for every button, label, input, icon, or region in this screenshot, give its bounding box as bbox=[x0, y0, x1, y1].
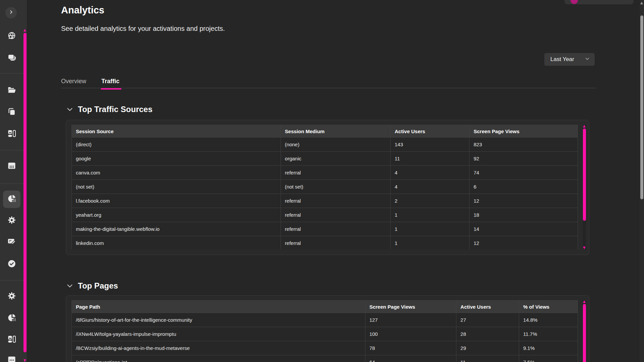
collapse-chevron-icon[interactable] bbox=[66, 105, 74, 113]
table-cell: /6fGiurs/history-of-art-for-the-intellig… bbox=[72, 313, 365, 327]
sidebar-item-media[interactable] bbox=[7, 130, 16, 139]
table-row: googleorganic1192 bbox=[72, 152, 578, 166]
sidebar-item-data-table-2[interactable] bbox=[7, 356, 16, 362]
table-cell: 143 bbox=[391, 138, 469, 152]
sidebar-divider bbox=[0, 184, 23, 184]
table-cell: google bbox=[72, 152, 281, 166]
sidebar-item-approvals[interactable] bbox=[7, 260, 16, 269]
table-scrollbar-thumb[interactable] bbox=[583, 304, 586, 362]
sidebar bbox=[0, 0, 27, 362]
table-cell: 823 bbox=[469, 138, 578, 152]
top-pages-table: Page PathScreen Page ViewsActive Users% … bbox=[71, 300, 578, 362]
table-cell: 9.1% bbox=[519, 341, 578, 355]
page-subtitle: See detailed analytics for your activati… bbox=[61, 25, 225, 33]
scroll-up-arrow-icon[interactable] bbox=[583, 125, 586, 127]
page-scrollbar-thumb[interactable] bbox=[640, 15, 643, 199]
sidebar-item-settings[interactable] bbox=[7, 216, 16, 225]
section-title: Top Pages bbox=[78, 281, 118, 291]
scroll-up-arrow-icon[interactable] bbox=[583, 300, 586, 303]
profile-pill[interactable] bbox=[564, 0, 634, 4]
traffic-sources-table-wrap: Session SourceSession MediumActive Users… bbox=[71, 125, 578, 249]
table-cell: 27 bbox=[456, 313, 519, 327]
column-header: Active Users bbox=[456, 301, 519, 313]
table-scrollbar-thumb[interactable] bbox=[583, 128, 586, 221]
table-cell: 64 bbox=[365, 355, 456, 362]
section-header-traffic-sources: Top Traffic Sources bbox=[66, 105, 152, 114]
date-range-dropdown[interactable]: Last Year bbox=[544, 53, 595, 66]
table-cell: (not set) bbox=[281, 180, 390, 194]
sidebar-item-projects[interactable] bbox=[7, 86, 16, 95]
table-row: /BCWzsiy/building-ai-agents-in-the-mud-m… bbox=[72, 341, 578, 355]
traffic-sources-table: Session SourceSession MediumActive Users… bbox=[71, 125, 578, 249]
table-cell: 14.8% bbox=[519, 313, 578, 327]
page-scrollbar[interactable] bbox=[640, 0, 644, 362]
table-row: (not set)(not set)46 bbox=[72, 180, 578, 194]
table-cell: 7.5% bbox=[519, 355, 578, 362]
sidebar-scrollbar-thumb[interactable] bbox=[23, 33, 27, 352]
table-cell: 12 bbox=[469, 194, 578, 208]
sidebar-item-data-table[interactable] bbox=[7, 162, 16, 171]
table-cell: 2 bbox=[391, 194, 469, 208]
table-row: (direct)(none)143823 bbox=[72, 138, 578, 152]
table-cell: /BCWzsiy/building-ai-agents-in-the-mud-m… bbox=[72, 341, 365, 355]
table-scrollbar[interactable] bbox=[583, 125, 586, 249]
sidebar-expand-button[interactable] bbox=[5, 7, 17, 18]
globe-search-icon bbox=[7, 31, 16, 42]
sidebar-item-activations[interactable] bbox=[7, 54, 16, 63]
column-header: Active Users bbox=[391, 125, 469, 138]
table-scrollbar[interactable] bbox=[583, 300, 586, 362]
scroll-down-arrow-icon[interactable] bbox=[583, 247, 586, 249]
table-cell: linkedin.com bbox=[72, 236, 281, 250]
table-cell: 14 bbox=[469, 222, 578, 236]
date-range-value: Last Year bbox=[550, 56, 574, 63]
table-row: canva.comreferral474 bbox=[72, 166, 578, 180]
table-cell: 12 bbox=[469, 236, 578, 250]
table-cell: referral bbox=[281, 208, 390, 222]
column-header: Screen Page Views bbox=[365, 301, 456, 313]
avatar[interactable] bbox=[571, 0, 578, 4]
scroll-down-arrow-icon[interactable] bbox=[23, 359, 26, 362]
table-cell: 74 bbox=[469, 166, 578, 180]
table-cell: l.facebook.com bbox=[72, 194, 281, 208]
scroll-up-arrow-icon[interactable] bbox=[23, 29, 26, 32]
traffic-sources-card: Session SourceSession MediumActive Users… bbox=[66, 120, 589, 255]
table-cell: /iXNw4LW/tolga-yayalars-impulse-imprompt… bbox=[72, 327, 365, 341]
sidebar-divider bbox=[0, 280, 23, 280]
column-header: Page Path bbox=[72, 301, 365, 313]
table-cell: 11 bbox=[456, 355, 519, 362]
section-header-top-pages: Top Pages bbox=[66, 281, 118, 291]
sidebar-item-templates[interactable] bbox=[7, 108, 16, 117]
scroll-up-arrow-icon[interactable] bbox=[640, 2, 643, 4]
table-row: /cPPlRPz/questions-int64117.5% bbox=[72, 355, 578, 362]
collapse-chevron-icon[interactable] bbox=[66, 282, 74, 290]
table-row: /iXNw4LW/tolga-yayalars-impulse-imprompt… bbox=[72, 327, 578, 341]
table-cell: making-the-digital-tangible.webflow.io bbox=[72, 222, 281, 236]
sidebar-item-admin-settings[interactable] bbox=[7, 292, 16, 301]
card-edit-icon bbox=[7, 237, 16, 247]
column-header: Screen Page Views bbox=[469, 125, 578, 138]
table-cell: 92 bbox=[469, 152, 578, 166]
table-cell: 127 bbox=[365, 313, 456, 327]
table-cell: 1 bbox=[391, 222, 469, 236]
sidebar-item-media-library[interactable] bbox=[7, 335, 16, 345]
sidebar-item-forms[interactable] bbox=[7, 237, 16, 247]
table-icon bbox=[7, 355, 16, 362]
check-circle-icon bbox=[7, 259, 16, 270]
chevron-down-icon bbox=[584, 56, 590, 63]
media-layout-icon bbox=[7, 129, 16, 140]
sidebar-item-explore[interactable] bbox=[7, 32, 16, 41]
table-cell: 4 bbox=[391, 180, 469, 194]
table-cell: 4 bbox=[391, 166, 469, 180]
sidebar-scrollbar[interactable] bbox=[23, 28, 27, 362]
table-header-row: Session SourceSession MediumActive Users… bbox=[72, 125, 578, 138]
table-cell: yeahart.org bbox=[72, 208, 281, 222]
sidebar-item-analytics[interactable] bbox=[7, 195, 16, 204]
sidebar-item-reports[interactable] bbox=[7, 314, 16, 323]
top-pages-table-wrap: Page PathScreen Page ViewsActive Users% … bbox=[71, 300, 578, 362]
active-tab-underline bbox=[101, 88, 121, 90]
table-cell: referral bbox=[281, 194, 390, 208]
tab-traffic-label: Traffic bbox=[101, 78, 119, 85]
column-header: Session Medium bbox=[281, 125, 390, 138]
table-row: making-the-digital-tangible.webflow.iore… bbox=[72, 222, 578, 236]
table-row: l.facebook.comreferral212 bbox=[72, 194, 578, 208]
